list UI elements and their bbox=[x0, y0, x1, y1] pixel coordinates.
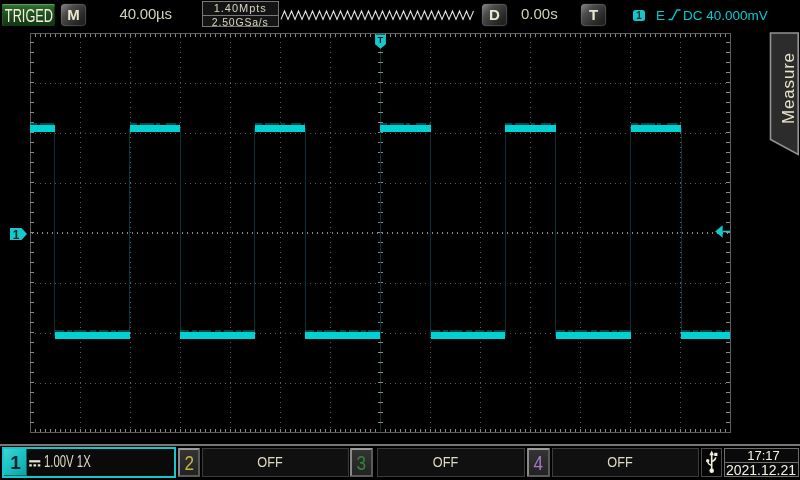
svg-text:Measure: Measure bbox=[779, 52, 798, 124]
